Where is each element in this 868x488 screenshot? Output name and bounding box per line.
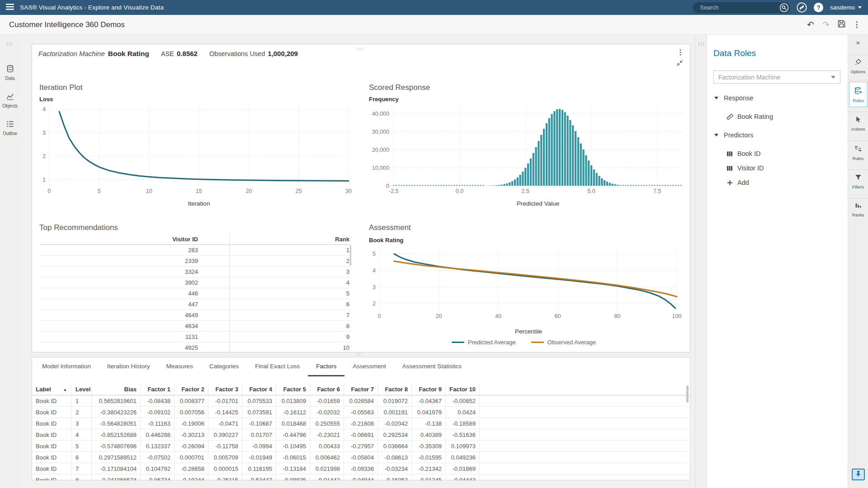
column-header-factor-1[interactable]: Factor 1 (141, 384, 175, 395)
table-cell: 5 (72, 441, 92, 451)
expand-panel-button[interactable]: » (848, 38, 868, 46)
table-cell: 0.049236 (446, 452, 480, 463)
column-header-level[interactable]: Level (72, 384, 92, 395)
column-header-factor-8[interactable]: Factor 8 (378, 384, 412, 395)
column-header-label[interactable]: Label▲ (32, 384, 72, 395)
factors-scrollbar[interactable] (686, 385, 689, 403)
sort-asc-icon: ▲ (63, 384, 67, 395)
help-icon[interactable]: ? (813, 2, 824, 13)
tab-model-information[interactable]: Model Information (34, 357, 99, 376)
table-row[interactable]: Book ID7-0.1710841040.104792-0.286580.00… (32, 463, 690, 474)
table-row[interactable]: Book ID10.5652819601-0.084380.008377-0.0… (32, 395, 690, 407)
add-predictor-button[interactable]: Add (726, 178, 749, 188)
table-row[interactable]: Book ID4-0.8521526880.446288-0.302130.39… (32, 429, 690, 441)
column-header-factor-4[interactable]: Factor 4 (242, 384, 276, 395)
table-cell: -0.06734 (141, 474, 175, 480)
rail-item-roles[interactable]: Roles (849, 82, 868, 107)
sas-logo-icon[interactable] (797, 2, 807, 13)
rail-item-rules[interactable]: Rules (848, 145, 868, 161)
rail-item-options[interactable]: Options (848, 58, 868, 74)
sidebar-item-objects[interactable]: Objects (0, 93, 20, 108)
table-row[interactable]: Book ID2-0.380423226-0.091020.007056-0.1… (32, 407, 690, 418)
recommendations-scrollbar[interactable] (350, 246, 351, 266)
rail-item-ranks[interactable]: Ranks (848, 202, 868, 217)
search-input[interactable] (700, 4, 779, 11)
rank-column-header[interactable]: Rank (230, 234, 351, 244)
column-header-factor-6[interactable]: Factor 6 (310, 384, 344, 395)
assessment-chart[interactable]: 0204060801002345 (362, 243, 685, 322)
iteration-plot-chart[interactable]: 0510152025301234 (36, 105, 352, 198)
tab-final-exact-loss[interactable]: Final Exact Loss (247, 357, 308, 376)
role-item-visitor-id[interactable]: Visitor ID (726, 163, 764, 173)
search-icon[interactable] (779, 3, 789, 12)
legend-item-observed[interactable]: Observed Average (531, 339, 596, 346)
search-box[interactable] (693, 2, 790, 13)
model-selector-dropdown[interactable]: Factorization Machine (713, 70, 840, 84)
rail-item-actions[interactable]: Actions (848, 116, 868, 131)
table-row[interactable]: 2831 (40, 245, 351, 256)
column-header-factor-9[interactable]: Factor 9 (412, 384, 446, 395)
factors-table[interactable]: Label▲LevelBiasFactor 1Factor 2Factor 3F… (32, 384, 690, 480)
model-object-card[interactable]: Factorization Machine Book Rating ASE 0.… (32, 44, 690, 352)
more-options-button[interactable]: ⋮ (849, 17, 864, 33)
table-cell: 0.132337 (141, 441, 175, 451)
ase-label: ASE (161, 50, 174, 57)
undo-button[interactable]: ↶ (803, 17, 818, 33)
svg-text:7.5: 7.5 (653, 188, 661, 194)
rail-item-label: Roles (853, 98, 863, 103)
splitter-handle[interactable] (356, 352, 363, 356)
scored-response-chart[interactable]: -2.50.02.55.07.5010,00020,00030,00040,00… (362, 105, 685, 200)
tab-assessment-statistics[interactable]: Assessment Statistics (394, 357, 470, 376)
table-row[interactable]: Book ID8-0.241056574-0.06734-0.192440.25… (32, 474, 690, 480)
table-row[interactable]: 46348 (40, 321, 351, 332)
column-header-factor-2[interactable]: Factor 2 (175, 384, 208, 395)
table-cell: 0.446288 (141, 429, 175, 440)
sidebar-item-data[interactable]: Data (0, 65, 20, 81)
role-item-book-id[interactable]: Book ID (726, 149, 761, 159)
column-header-factor-5[interactable]: Factor 5 (276, 384, 310, 395)
user-menu[interactable]: sasdemo (830, 4, 862, 11)
column-header-factor-7[interactable]: Factor 7 (344, 384, 378, 395)
object-menu-button[interactable]: ⋮ (675, 47, 685, 57)
collapse-icon[interactable] (676, 60, 684, 68)
column-header-bias[interactable]: Bias (92, 384, 141, 395)
top-recommendations-table[interactable]: Visitor ID Rank 283123392332433902444654… (40, 234, 351, 352)
table-row[interactable]: 23392 (40, 256, 351, 267)
column-header-factor-3[interactable]: Factor 3 (208, 384, 242, 395)
rail-item-filters[interactable]: Filters (848, 174, 868, 189)
predictors-group[interactable]: Predictors (712, 130, 753, 140)
table-row[interactable]: 492510 (40, 343, 351, 352)
table-row[interactable]: Book ID3-0.564828051-0.11163-0.19006-0.0… (32, 418, 690, 429)
table-row[interactable]: 11319 (40, 332, 351, 343)
table-row[interactable]: Book ID5-0.5748076960.132337-0.26094-0.1… (32, 441, 690, 452)
svg-text:15: 15 (196, 188, 202, 194)
object-drag-handle[interactable] (357, 47, 364, 51)
response-group[interactable]: Response (712, 93, 753, 103)
table-row[interactable]: 46497 (40, 310, 351, 321)
rail-grip-handle[interactable] (6, 42, 12, 46)
table-row[interactable]: 4465 (40, 288, 351, 299)
rank-cell: 7 (230, 310, 351, 320)
table-row[interactable]: 33243 (40, 267, 351, 277)
menu-button[interactable] (0, 0, 20, 15)
tab-factors[interactable]: Factors (308, 357, 344, 376)
tab-measures[interactable]: Measures (158, 357, 201, 376)
visitor-id-column-header[interactable]: Visitor ID (40, 234, 230, 244)
column-header-factor-10[interactable]: Factor 10 (446, 384, 480, 395)
table-row[interactable]: 4476 (40, 299, 351, 310)
tab-categories[interactable]: Categories (201, 357, 247, 376)
table-cell: 0.109973 (446, 441, 480, 451)
role-item-book-rating[interactable]: Book Rating (726, 112, 773, 122)
table-cell: -0.02042 (378, 418, 412, 429)
save-button[interactable] (834, 17, 849, 33)
legend-item-predicted[interactable]: Predicted Average (452, 339, 516, 346)
table-row[interactable]: 39024 (40, 277, 351, 288)
pin-button[interactable] (852, 469, 865, 480)
redo-button[interactable]: ↷ (818, 17, 834, 33)
gutter-grip-handle[interactable] (698, 42, 704, 46)
table-row[interactable]: Book ID60.2971589512-0.075020.0007010.00… (32, 452, 690, 463)
tab-iteration-history[interactable]: Iteration History (99, 357, 158, 376)
tab-assessment[interactable]: Assessment (344, 357, 394, 376)
sidebar-item-outline[interactable]: Outline (0, 120, 20, 136)
table-cell: -0.03234 (378, 463, 412, 474)
